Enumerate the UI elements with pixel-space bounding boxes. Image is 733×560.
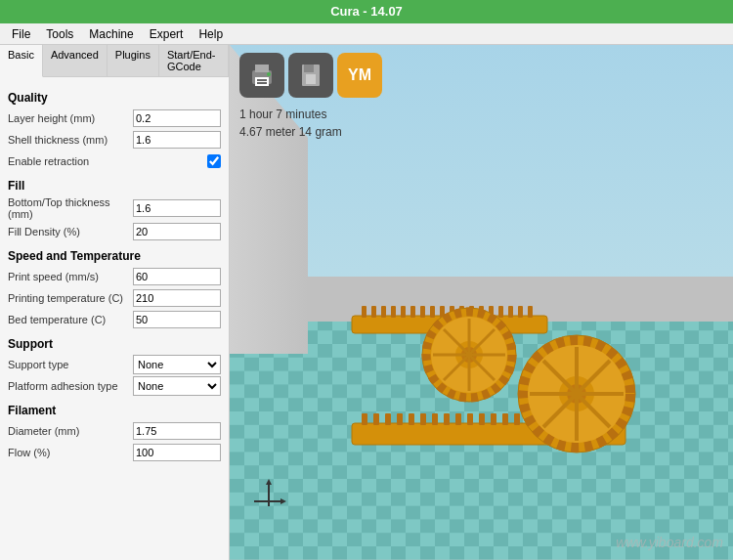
menu-machine[interactable]: Machine — [81, 25, 141, 43]
svg-rect-17 — [373, 413, 379, 425]
input-layer-height[interactable] — [133, 109, 221, 127]
svg-rect-9 — [257, 79, 267, 81]
tab-start-end-gcode[interactable]: Start/End-GCode — [159, 45, 229, 76]
svg-point-11 — [267, 72, 271, 76]
svg-rect-43 — [401, 306, 406, 318]
label-bed-temp: Bed temperature (C) — [8, 314, 133, 325]
row-print-speed: Print speed (mm/s) — [8, 267, 221, 286]
svg-rect-22 — [432, 413, 438, 425]
save-button[interactable] — [288, 53, 333, 98]
svg-rect-44 — [410, 306, 415, 318]
checkbox-enable-retraction[interactable] — [207, 154, 221, 168]
menu-file[interactable]: File — [4, 25, 38, 43]
ym-label: YM — [348, 66, 371, 84]
toolbar-icons-area: YM 1 hour 7 minutes 4.67 meter 14 gram — [239, 53, 382, 141]
row-fill-density: Fill Density (%) — [8, 222, 221, 241]
axis-indicator — [249, 472, 288, 511]
svg-rect-21 — [420, 413, 426, 425]
viewport[interactable]: YM 1 hour 7 minutes 4.67 meter 14 gram — [230, 45, 733, 560]
input-diameter[interactable] — [133, 422, 221, 440]
svg-rect-54 — [508, 306, 513, 318]
section-speed-temp-header: Speed and Temperature — [8, 249, 221, 263]
label-fill-density: Fill Density (%) — [8, 226, 133, 237]
title-bar: Cura - 14.07 — [0, 0, 733, 23]
menu-help[interactable]: Help — [191, 25, 231, 43]
tab-basic[interactable]: Basic — [0, 45, 43, 77]
app-title: Cura - 14.07 — [330, 4, 403, 19]
row-flow: Flow (%) — [8, 443, 221, 462]
row-enable-retraction: Enable retraction — [8, 151, 221, 171]
svg-rect-53 — [498, 306, 503, 318]
label-enable-retraction: Enable retraction — [8, 155, 207, 167]
label-print-speed: Print speed (mm/s) — [8, 271, 133, 282]
svg-rect-27 — [491, 413, 496, 425]
menu-tools[interactable]: Tools — [38, 25, 81, 43]
svg-rect-18 — [385, 413, 391, 425]
svg-marker-80 — [280, 498, 286, 504]
ym-button[interactable]: YM — [337, 53, 382, 98]
svg-rect-46 — [430, 306, 435, 318]
row-platform-adhesion: Platform adhesion type None Brim Raft — [8, 376, 221, 396]
svg-marker-79 — [266, 479, 272, 485]
label-diameter: Diameter (mm) — [8, 425, 133, 437]
tab-plugins[interactable]: Plugins — [108, 45, 159, 76]
right-panel: YM 1 hour 7 minutes 4.67 meter 14 gram — [230, 45, 733, 560]
svg-rect-40 — [371, 306, 376, 318]
label-flow: Flow (%) — [8, 447, 133, 458]
label-layer-height: Layer height (mm) — [8, 112, 133, 124]
svg-rect-56 — [528, 306, 533, 318]
svg-rect-45 — [420, 306, 425, 318]
menu-bar: File Tools Machine Expert Help — [0, 23, 733, 45]
print-icon — [247, 61, 277, 90]
section-filament-header: Filament — [8, 404, 221, 417]
tab-advanced[interactable]: Advanced — [43, 45, 108, 76]
svg-rect-41 — [381, 306, 386, 318]
label-bottom-top-thickness: Bottom/Top thickness (mm) — [8, 196, 133, 220]
input-shell-thickness[interactable] — [133, 131, 221, 149]
svg-rect-10 — [257, 82, 267, 84]
select-support-type[interactable]: None Touching buildplate Everywhere — [133, 355, 221, 374]
svg-rect-25 — [467, 413, 473, 425]
svg-rect-55 — [518, 306, 523, 318]
input-printing-temp[interactable] — [133, 289, 221, 307]
svg-rect-23 — [444, 413, 450, 425]
settings-content: Quality Layer height (mm) Shell thicknes… — [0, 77, 229, 560]
objects-container — [342, 237, 684, 482]
row-diameter: Diameter (mm) — [8, 421, 221, 441]
print-material: 4.67 meter 14 gram — [239, 123, 342, 141]
label-shell-thickness: Shell thickness (mm) — [8, 134, 133, 146]
main-layout: Basic Advanced Plugins Start/End-GCode Q… — [0, 45, 733, 560]
input-bottom-top-thickness[interactable] — [133, 199, 221, 217]
svg-rect-8 — [255, 77, 269, 86]
label-support-type: Support type — [8, 359, 133, 370]
svg-rect-16 — [362, 413, 367, 425]
svg-rect-24 — [455, 413, 461, 425]
print-button[interactable] — [239, 53, 284, 98]
row-bed-temp: Bed temperature (C) — [8, 310, 221, 329]
input-fill-density[interactable] — [133, 223, 221, 240]
watermark: www.yiboard.com — [616, 535, 723, 550]
select-platform-adhesion[interactable]: None Brim Raft — [133, 376, 221, 396]
left-panel: Basic Advanced Plugins Start/End-GCode Q… — [0, 45, 230, 560]
input-flow[interactable] — [133, 444, 221, 461]
input-print-speed[interactable] — [133, 268, 221, 285]
save-icon — [296, 61, 325, 90]
print-info: 1 hour 7 minutes 4.67 meter 14 gram — [239, 106, 342, 141]
menu-expert[interactable]: Expert — [142, 25, 192, 43]
row-layer-height: Layer height (mm) — [8, 108, 221, 128]
svg-rect-7 — [255, 65, 269, 72]
icon-row: YM — [239, 53, 382, 98]
objects-svg — [342, 237, 684, 482]
svg-rect-26 — [479, 413, 485, 425]
label-platform-adhesion: Platform adhesion type — [8, 380, 133, 392]
svg-rect-39 — [362, 306, 366, 318]
row-shell-thickness: Shell thickness (mm) — [8, 130, 221, 150]
section-fill-header: Fill — [8, 179, 221, 193]
input-bed-temp[interactable] — [133, 311, 221, 328]
section-quality-header: Quality — [8, 91, 221, 105]
print-time: 1 hour 7 minutes — [239, 106, 342, 123]
row-bottom-top-thickness: Bottom/Top thickness (mm) — [8, 196, 221, 220]
label-printing-temp: Printing temperature (C) — [8, 292, 133, 304]
svg-rect-13 — [304, 65, 314, 72]
svg-rect-14 — [306, 74, 316, 84]
